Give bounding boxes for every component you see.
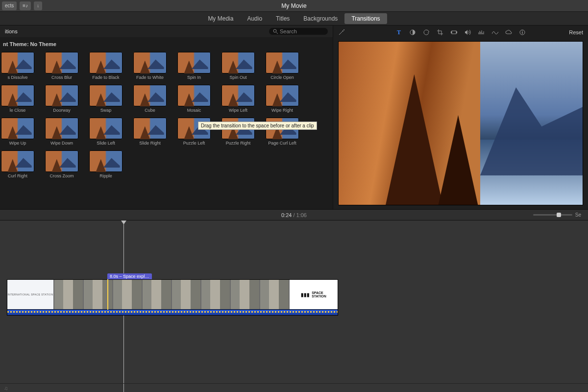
zoom-slider[interactable]: Se xyxy=(533,212,581,218)
eq-icon[interactable] xyxy=(491,29,498,36)
svg-line-1 xyxy=(276,32,278,34)
wand-icon[interactable] xyxy=(338,29,345,36)
transition-item[interactable]: Wipe Left xyxy=(218,85,259,113)
transition-item[interactable]: Swap xyxy=(85,85,126,113)
transition-thumb xyxy=(45,118,78,139)
text-icon[interactable]: T xyxy=(395,29,402,36)
transition-label: Slide Right xyxy=(129,141,171,146)
transition-label: Cross Zoom xyxy=(41,173,82,178)
transition-label: Wipe Right xyxy=(262,108,303,113)
search-icon xyxy=(273,29,278,34)
palette-icon[interactable] xyxy=(423,29,430,36)
selection-marker[interactable] xyxy=(107,279,108,310)
transition-item[interactable]: Cube xyxy=(129,85,171,113)
transition-item[interactable]: Slide Right xyxy=(129,118,171,146)
transition-thumb xyxy=(177,52,211,74)
drag-tooltip: Drag the transition to the space before … xyxy=(198,122,317,130)
tab-backgrounds[interactable]: Backgrounds xyxy=(296,13,344,24)
transition-item[interactable]: s Dissolve xyxy=(0,52,38,80)
projects-button[interactable]: ects xyxy=(2,1,17,10)
reset-button[interactable]: Reset xyxy=(569,29,583,35)
transition-label: Curl Right xyxy=(0,173,38,178)
transition-item[interactable]: Fade to Black xyxy=(85,52,126,80)
tab-my-media[interactable]: My Media xyxy=(201,13,240,24)
time-indicator: 0:24 / 1:06 Se xyxy=(0,210,588,220)
contrast-icon[interactable] xyxy=(409,29,416,36)
svg-rect-6 xyxy=(456,31,457,33)
transition-thumb xyxy=(1,150,34,172)
crop-icon[interactable] xyxy=(437,29,443,36)
transition-label: Cross Blur xyxy=(41,75,82,80)
transition-label: Ripple xyxy=(85,173,126,178)
transition-label: Spin In xyxy=(173,75,215,80)
tab-audio[interactable]: Audio xyxy=(240,13,269,24)
transition-thumb xyxy=(133,52,167,74)
video-clip[interactable]: INTERNATIONAL SPACE STATION ▮▮▮ SPACE ST… xyxy=(7,279,338,310)
audio-waveform[interactable] xyxy=(7,310,338,316)
transition-item[interactable]: Cross Blur xyxy=(41,52,82,80)
library-tabs: My Media Audio Titles Backgrounds Transi… xyxy=(0,12,588,25)
clip-body-frames xyxy=(53,280,290,309)
volume-icon[interactable] xyxy=(464,29,471,36)
transition-label: Wipe Up xyxy=(0,141,38,146)
info-icon[interactable] xyxy=(519,29,526,36)
transition-item[interactable]: Wipe Up xyxy=(0,118,38,146)
transition-item[interactable]: Doorway xyxy=(41,85,82,113)
transition-label: le Close xyxy=(0,108,38,113)
cloud-icon[interactable] xyxy=(505,29,512,36)
clip-label: 8.0s – Space expl… xyxy=(107,273,152,279)
transition-label: Fade to White xyxy=(129,75,171,80)
transition-label: Puzzle Left xyxy=(173,141,215,146)
import-button[interactable]: ↓ xyxy=(34,1,42,10)
svg-point-2 xyxy=(343,29,344,30)
svg-rect-4 xyxy=(452,31,456,34)
preview-canvas[interactable] xyxy=(338,41,583,205)
transition-label: Doorway xyxy=(41,108,82,113)
transition-thumb xyxy=(89,118,122,139)
transition-label: s Dissolve xyxy=(0,75,38,80)
transition-item[interactable]: Slide Left xyxy=(85,118,126,146)
transition-thumb xyxy=(1,52,34,74)
transition-label: Mosaic xyxy=(173,108,215,113)
transition-item[interactable]: Wipe Down xyxy=(41,118,82,146)
transition-thumb xyxy=(45,52,78,74)
transition-item[interactable]: Circle Open xyxy=(262,52,303,80)
transition-thumb xyxy=(266,52,299,74)
transition-item[interactable]: Wipe Right xyxy=(262,85,303,113)
theme-label: nt Theme: No Theme xyxy=(0,37,333,49)
transition-thumb xyxy=(45,85,78,106)
transition-label: Spin Out xyxy=(218,75,259,80)
transition-item[interactable]: Mosaic xyxy=(173,85,215,113)
transition-item[interactable]: Spin Out xyxy=(218,52,259,80)
svg-rect-5 xyxy=(451,31,452,33)
timeline[interactable]: 8.0s – Space expl… INTERNATIONAL SPACE S… xyxy=(0,220,588,392)
media-view-button[interactable]: ≡♪ xyxy=(20,1,31,10)
transition-item[interactable]: Fade to White xyxy=(129,52,171,80)
transition-label: Puzzle Right xyxy=(218,141,259,146)
transition-item[interactable]: Ripple xyxy=(85,150,126,178)
window-title: My Movie xyxy=(0,2,588,9)
tab-titles[interactable]: Titles xyxy=(269,13,296,24)
transition-item[interactable]: le Close xyxy=(0,85,38,113)
transition-item[interactable]: Spin In xyxy=(173,52,215,80)
transition-label: Cube xyxy=(129,108,171,113)
transition-thumb xyxy=(1,118,34,139)
music-track-row[interactable]: ♫ xyxy=(0,383,588,392)
transition-thumb xyxy=(89,52,122,74)
stabilize-icon[interactable] xyxy=(450,29,457,36)
search-input[interactable]: Search xyxy=(269,28,328,35)
clip-outro-frame: ▮▮▮ SPACE STATION xyxy=(290,280,338,309)
transition-label: Slide Left xyxy=(85,141,126,146)
transition-item[interactable]: Curl Right xyxy=(0,150,38,178)
noise-icon[interactable] xyxy=(478,29,485,36)
browser-title: itions xyxy=(5,28,18,34)
music-icon: ♫ xyxy=(4,385,8,391)
transition-thumb xyxy=(221,52,255,74)
transition-label: Page Curl Left xyxy=(262,141,303,146)
svg-point-8 xyxy=(522,31,523,32)
transitions-browser: itions Search nt Theme: No Theme s Disso… xyxy=(0,25,333,209)
transition-item[interactable]: Cross Zoom xyxy=(41,150,82,178)
viewer-toolbar: T Reset xyxy=(333,25,588,39)
tab-transitions[interactable]: Transitions xyxy=(344,13,387,24)
transition-thumb xyxy=(177,85,211,106)
